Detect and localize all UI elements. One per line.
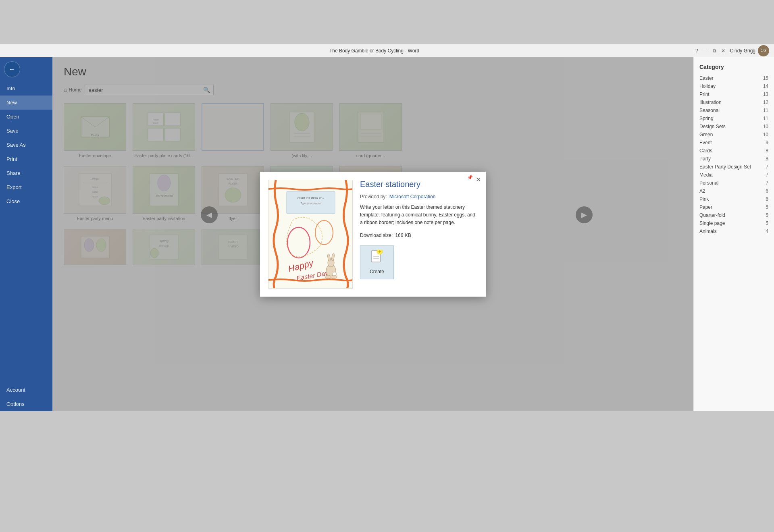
svg-point-65 — [331, 275, 337, 278]
sidebar-item-print[interactable]: Print — [0, 152, 52, 166]
modal-dialog: ✕ 📌 — [260, 172, 486, 297]
sidebar: ← Info New Open Save Save As Print Share… — [0, 57, 52, 411]
category-item[interactable]: Spring 11 — [699, 114, 768, 123]
category-item[interactable]: Single page 5 — [699, 219, 768, 227]
sidebar-item-share[interactable]: Share — [0, 166, 52, 180]
category-item[interactable]: Pink 6 — [699, 195, 768, 203]
user-area[interactable]: Cindy Grigg CG — [730, 45, 769, 56]
modal-pin: 📌 — [467, 175, 473, 180]
category-title: Category — [699, 64, 768, 70]
sidebar-item-save[interactable]: Save — [0, 124, 52, 138]
create-icon — [371, 250, 383, 266]
category-item[interactable]: Party 8 — [699, 155, 768, 163]
modal-preview: From the desk of... Type your name! Happ… — [268, 180, 353, 289]
sidebar-item-account[interactable]: Account — [0, 383, 52, 397]
create-button[interactable]: Create — [360, 245, 394, 279]
sidebar-item-close[interactable]: Close — [0, 194, 52, 208]
modal-close-button[interactable]: ✕ — [474, 175, 483, 184]
category-item[interactable]: Seasonal 11 — [699, 106, 768, 114]
svg-text:From the desk of...: From the desk of... — [298, 196, 325, 200]
back-button[interactable]: ← — [4, 61, 20, 77]
sidebar-item-new[interactable]: New — [0, 96, 52, 110]
sidebar-item-options[interactable]: Options — [0, 397, 52, 411]
modal-description: Write your letter on this Easter themed … — [360, 204, 478, 227]
provider-label: Provided by: — [360, 194, 387, 200]
category-item[interactable]: Quarter-fold 5 — [699, 211, 768, 219]
provider-name[interactable]: Microsoft Corporation — [389, 194, 436, 200]
sidebar-item-open[interactable]: Open — [0, 110, 52, 124]
modal-info: Easter stationery Provided by: Microsoft… — [360, 180, 478, 289]
download-size: 166 KB — [395, 233, 411, 238]
category-item[interactable]: Easter Party Design Set 7 — [699, 163, 768, 171]
help-icon[interactable]: ? — [695, 48, 698, 54]
sidebar-item-save-as[interactable]: Save As — [0, 138, 52, 152]
category-item[interactable]: Personal 7 — [699, 179, 768, 187]
category-item[interactable]: A2 6 — [699, 187, 768, 195]
restore-btn[interactable]: ⧉ — [713, 48, 716, 54]
category-item[interactable]: Holiday 14 — [699, 82, 768, 90]
sidebar-item-export[interactable]: Export — [0, 180, 52, 194]
window-title-bar: The Body Gamble or Body Cycling - Word ?… — [0, 44, 774, 57]
category-panel: Category Easter 15 Holiday 14 Print 13 I… — [693, 57, 774, 411]
category-item[interactable]: Illustration 12 — [699, 98, 768, 106]
svg-text:Type your name!: Type your name! — [300, 202, 321, 205]
minimize-btn[interactable]: — — [703, 48, 708, 54]
bottom-area — [0, 411, 774, 532]
provider-row: Provided by: Microsoft Corporation — [360, 194, 478, 200]
avatar: CG — [758, 45, 769, 56]
create-label: Create — [370, 269, 384, 274]
category-item[interactable]: Cards 8 — [699, 147, 768, 155]
modal-title: Easter stationery — [360, 180, 478, 189]
category-item[interactable]: Design Sets 10 — [699, 123, 768, 131]
sidebar-item-info[interactable]: Info — [0, 81, 52, 96]
download-label: Download size: — [360, 233, 393, 238]
content-area: New ⌂ Home 🔍 Easter — [52, 57, 693, 411]
category-item[interactable]: Event 9 — [699, 139, 768, 147]
download-row: Download size: 166 KB — [360, 233, 478, 238]
category-item[interactable]: Easter 15 — [699, 74, 768, 82]
close-btn[interactable]: ✕ — [721, 48, 725, 54]
user-name: Cindy Grigg — [730, 48, 755, 54]
category-item[interactable]: Green 10 — [699, 131, 768, 139]
modal-overlay: ✕ 📌 — [52, 57, 693, 411]
app-main: ← Info New Open Save Save As Print Share… — [0, 57, 774, 411]
category-item[interactable]: Print 13 — [699, 90, 768, 98]
category-item[interactable]: Animals 4 — [699, 227, 768, 235]
category-item[interactable]: Media 7 — [699, 171, 768, 179]
category-item[interactable]: Paper 5 — [699, 203, 768, 211]
modal-content: From the desk of... Type your name! Happ… — [260, 172, 486, 297]
window-title: The Body Gamble or Body Cycling - Word — [329, 48, 419, 54]
